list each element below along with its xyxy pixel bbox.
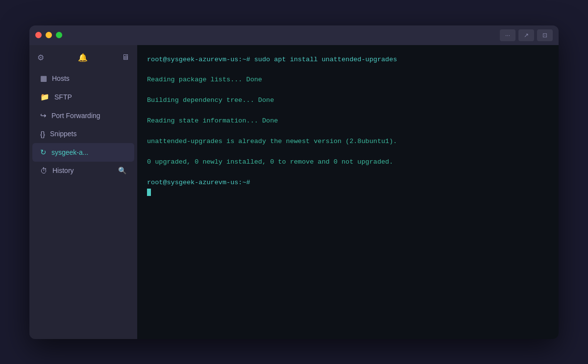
terminal-output[interactable]: root@sysgeek-azurevm-us:~# sudo apt inst… [137,45,559,339]
sidebar-item-snippets[interactable]: {} Snippets [32,125,134,143]
sidebar-item-hosts[interactable]: ▦ Hosts [32,69,134,88]
terminal-cursor [147,189,151,196]
settings-icon[interactable]: ⚙ [37,53,44,62]
menu-icon: ··· [505,32,510,39]
split-button[interactable]: ⊡ [537,29,553,41]
snippets-label: Snippets [50,130,126,138]
terminal-line-0: root@sysgeek-azurevm-us:~# sudo apt inst… [147,55,549,65]
hosts-icon: ▦ [40,74,47,83]
sidebar-item-history[interactable]: ⏱ History 🔍 [32,162,134,180]
terminal-line-4: unattended-upgrades is already the newes… [147,137,549,147]
terminal-line-2: Building dependency tree... Done [147,96,549,106]
terminal-line-3: Reading state information... Done [147,116,549,126]
close-button[interactable] [35,32,42,38]
history-search-icon[interactable]: 🔍 [118,167,126,174]
minimize-button[interactable] [46,32,52,38]
sidebar-item-port-forwarding[interactable]: ↪ Port Forwarding [32,106,134,125]
sidebar-item-sftp[interactable]: 📁 SFTP [32,88,134,106]
sftp-label: SFTP [54,93,126,101]
port-forwarding-label: Port Forwarding [51,112,126,120]
terminal-line-1: Reading package lists... Done [147,75,549,85]
active-session-icon: ↻ [40,148,47,157]
sidebar: ⚙ 🔔 🖥 ▦ Hosts 📁 SFTP ↪ Port Forwarding {… [29,45,137,339]
traffic-lights [35,32,62,38]
notifications-icon[interactable]: 🔔 [78,53,88,62]
history-icon: ⏱ [40,167,48,175]
sidebar-item-active-session[interactable]: ↻ sysgeek-a... [32,143,134,162]
monitor-icon[interactable]: 🖥 [122,53,129,62]
sidebar-top: ⚙ 🔔 🖥 [29,50,137,69]
active-session-label: sysgeek-a... [51,148,126,156]
terminal-line-5: 0 upgraded, 0 newly installed, 0 to remo… [147,157,549,168]
terminal-prompt: root@sysgeek-azurevm-us:~# [147,178,549,188]
titlebar-actions: ··· ↗ ⊡ [500,29,553,41]
share-button[interactable]: ↗ [518,29,534,41]
port-forwarding-icon: ↪ [40,111,47,120]
share-icon: ↗ [524,32,529,39]
hosts-label: Hosts [52,74,126,82]
maximize-button[interactable] [56,32,62,38]
content-area: ⚙ 🔔 🖥 ▦ Hosts 📁 SFTP ↪ Port Forwarding {… [29,45,559,339]
history-label: History [52,167,113,174]
menu-button[interactable]: ··· [500,29,515,41]
sftp-icon: 📁 [40,93,49,101]
titlebar: ··· ↗ ⊡ [29,25,559,45]
split-icon: ⊡ [542,32,547,39]
app-window: ··· ↗ ⊡ ⚙ 🔔 🖥 ▦ Hosts 📁 SFTP [29,25,559,339]
snippets-icon: {} [40,130,45,138]
